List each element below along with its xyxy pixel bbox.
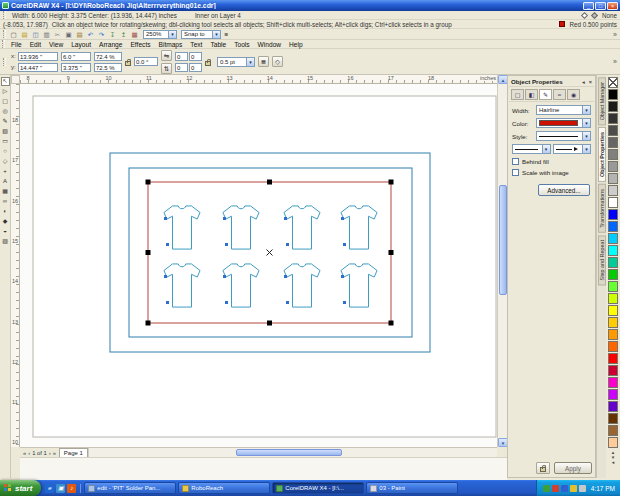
- next-page-button[interactable]: ›: [49, 450, 51, 456]
- chevron-down-icon[interactable]: [582, 132, 590, 140]
- tray-icon[interactable]: [561, 485, 568, 492]
- palette-color-swatch[interactable]: [608, 401, 618, 412]
- basic-shapes-tool[interactable]: +: [1, 167, 10, 176]
- chevron-down-icon[interactable]: [542, 145, 550, 153]
- new-document-icon[interactable]: ▢: [9, 30, 18, 39]
- palette-color-swatch[interactable]: [608, 173, 618, 184]
- previous-page-button[interactable]: ‹: [28, 450, 30, 456]
- chevron-down-icon[interactable]: [582, 145, 590, 153]
- palette-color-swatch[interactable]: [608, 221, 618, 232]
- fill-tool[interactable]: ◒: [1, 227, 10, 236]
- docker-vtab-step-and-repeat[interactable]: Step and Repeat: [598, 235, 606, 285]
- start-button[interactable]: start: [0, 480, 41, 496]
- object-height-input[interactable]: 3.375 ": [61, 63, 91, 72]
- status-grip[interactable]: [3, 11, 6, 19]
- horizontal-scroll-thumb[interactable]: [236, 449, 342, 456]
- palette-color-swatch[interactable]: [608, 233, 618, 244]
- palette-color-swatch[interactable]: [608, 341, 618, 352]
- scale-with-image-checkbox[interactable]: [512, 169, 519, 176]
- ellipse-tool[interactable]: ○: [1, 147, 10, 156]
- taskbar-button[interactable]: 03 - Paint: [366, 482, 458, 494]
- palette-color-swatch[interactable]: [608, 389, 618, 400]
- toolbar-grip[interactable]: [3, 30, 6, 38]
- menu-help[interactable]: Help: [285, 40, 307, 49]
- scale-y-input[interactable]: 72.5 %: [94, 63, 122, 72]
- tray-icon[interactable]: [543, 485, 550, 492]
- palette-color-swatch[interactable]: [608, 305, 618, 316]
- crop-tool[interactable]: ▢: [1, 97, 10, 106]
- import-icon[interactable]: ↧: [108, 30, 117, 39]
- menu-arrange[interactable]: Arrange: [95, 40, 126, 49]
- chevron-down-icon[interactable]: [582, 106, 590, 114]
- vertical-scrollbar[interactable]: [497, 75, 507, 447]
- zoom-level-select[interactable]: 250%: [143, 30, 177, 39]
- mirror-horizontal-button[interactable]: ⇋: [161, 50, 172, 61]
- toolbar-overflow-icon[interactable]: »: [613, 31, 617, 38]
- palette-color-swatch[interactable]: [608, 413, 618, 424]
- maximize-button[interactable]: □: [595, 2, 606, 10]
- menu-layout[interactable]: Layout: [67, 40, 95, 49]
- palette-color-swatch[interactable]: [608, 101, 618, 112]
- export-icon[interactable]: ↥: [119, 30, 128, 39]
- tray-icon[interactable]: [579, 485, 586, 492]
- media-player-icon[interactable]: ♪: [67, 484, 76, 493]
- redo-icon[interactable]: ↷: [97, 30, 106, 39]
- shape-tool[interactable]: ▷: [1, 87, 10, 96]
- first-page-button[interactable]: «: [23, 450, 26, 456]
- corner-radius-br-input[interactable]: 0: [189, 63, 202, 72]
- interactive-blend-tool[interactable]: ∞: [1, 197, 10, 206]
- cut-icon[interactable]: ✂: [53, 30, 62, 39]
- tray-icon[interactable]: [570, 485, 577, 492]
- palette-no-color-swatch[interactable]: [608, 77, 618, 88]
- chevron-down-icon[interactable]: [212, 31, 220, 38]
- rotation-angle-input[interactable]: 0.0 °: [134, 57, 158, 66]
- interactive-fill-tool[interactable]: ▨: [1, 237, 10, 246]
- end-arrowhead-select[interactable]: [553, 144, 592, 154]
- rectangle-tool[interactable]: ▭: [1, 137, 10, 146]
- start-arrowhead-select[interactable]: [512, 144, 551, 154]
- palette-color-swatch[interactable]: [608, 137, 618, 148]
- menu-bitmaps[interactable]: Bitmaps: [155, 40, 187, 49]
- close-button[interactable]: ×: [607, 2, 618, 10]
- palette-color-swatch[interactable]: [608, 269, 618, 280]
- taskbar-button[interactable]: RoboReach: [178, 482, 270, 494]
- palette-color-swatch[interactable]: [608, 317, 618, 328]
- paste-icon[interactable]: ▤: [75, 30, 84, 39]
- outline-pen-tool[interactable]: ◆: [1, 217, 10, 226]
- drawing-canvas-svg[interactable]: [20, 84, 497, 447]
- menu-text[interactable]: Text: [186, 40, 206, 49]
- lock-button[interactable]: [536, 462, 550, 474]
- horizontal-scrollbar[interactable]: [88, 448, 497, 457]
- fill-tab[interactable]: ◧: [525, 89, 538, 100]
- outline-tab[interactable]: ✎: [539, 89, 552, 100]
- palette-color-swatch[interactable]: [608, 149, 618, 160]
- propbar-overflow-icon[interactable]: »: [613, 58, 617, 65]
- chevron-down-icon[interactable]: [582, 119, 590, 127]
- save-icon[interactable]: ◫: [31, 30, 40, 39]
- menu-file[interactable]: File: [7, 40, 26, 49]
- palette-color-swatch[interactable]: [608, 329, 618, 340]
- curve-tab[interactable]: ≈: [553, 89, 566, 100]
- palette-color-swatch[interactable]: [608, 185, 618, 196]
- palette-color-swatch[interactable]: [608, 245, 618, 256]
- convert-to-curves-button[interactable]: ◇: [272, 56, 283, 67]
- docker-vtab-transformations[interactable]: Transformations: [598, 184, 606, 233]
- ie-quicklaunch-icon[interactable]: e: [45, 484, 54, 493]
- taskbar-button[interactable]: edit - 'PIT' Solder Pan...: [84, 482, 176, 494]
- behind-fill-checkbox[interactable]: [512, 158, 519, 165]
- lock-ratio-icon[interactable]: [125, 61, 131, 66]
- scale-x-input[interactable]: 72.4 %: [94, 52, 122, 61]
- show-desktop-icon[interactable]: ▣: [56, 484, 65, 493]
- palette-color-swatch[interactable]: [608, 377, 618, 388]
- palette-color-swatch[interactable]: [608, 125, 618, 136]
- advanced-button[interactable]: Advanced...: [538, 184, 590, 196]
- corner-radius-tr-input[interactable]: 0: [189, 52, 202, 61]
- palette-color-swatch[interactable]: [608, 365, 618, 376]
- palette-color-swatch[interactable]: [608, 425, 618, 436]
- vertical-scroll-thumb[interactable]: [499, 185, 507, 295]
- taskbar-button[interactable]: CorelDRAW X4 - [I:\...: [272, 482, 364, 494]
- palette-color-swatch[interactable]: [608, 281, 618, 292]
- palette-color-swatch[interactable]: [608, 353, 618, 364]
- page-tab[interactable]: Page 1: [59, 448, 88, 457]
- snap-to-select[interactable]: Snap to: [181, 30, 221, 39]
